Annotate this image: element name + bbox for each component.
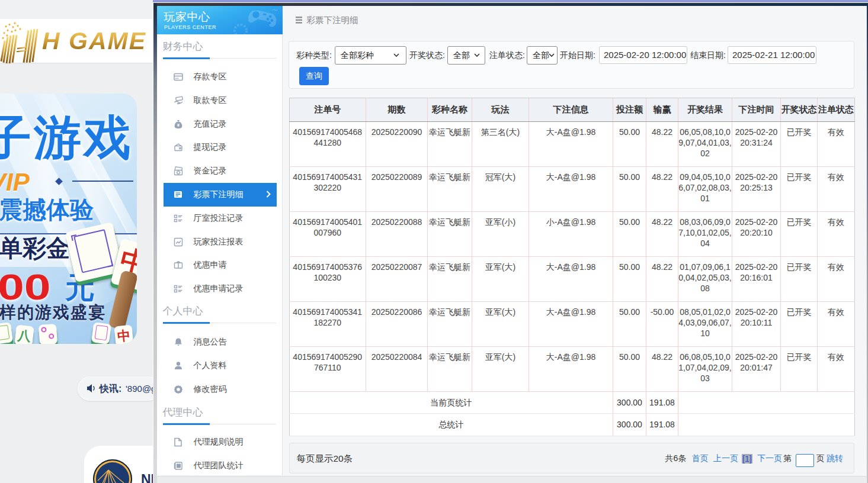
svg-text:¥: ¥ — [177, 123, 180, 128]
